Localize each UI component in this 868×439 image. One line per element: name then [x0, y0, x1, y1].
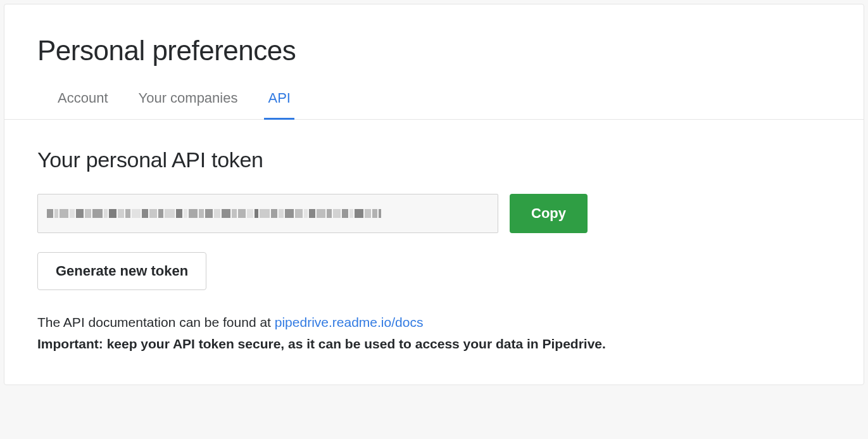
- tab-your-companies[interactable]: Your companies: [135, 87, 242, 120]
- tabs: Account Your companies API: [37, 87, 831, 119]
- copy-button[interactable]: Copy: [510, 194, 588, 233]
- api-token-masked-value: [47, 207, 489, 220]
- important-warning: Important: keep your API token secure, a…: [37, 336, 606, 351]
- doc-text-prefix: The API documentation can be found at: [37, 315, 275, 329]
- preferences-panel: Personal preferences Account Your compan…: [4, 4, 864, 385]
- section-title: Your personal API token: [37, 148, 831, 172]
- api-docs-link[interactable]: pipedrive.readme.io/docs: [275, 315, 424, 329]
- token-row: Copy: [37, 194, 831, 233]
- panel-body: Your personal API token Copy Generate ne…: [4, 120, 864, 385]
- api-info-text: The API documentation can be found at pi…: [37, 312, 831, 354]
- tab-account[interactable]: Account: [54, 87, 112, 120]
- api-token-field[interactable]: [37, 194, 498, 233]
- generate-new-token-button[interactable]: Generate new token: [37, 252, 206, 290]
- panel-header: Personal preferences Account Your compan…: [4, 4, 864, 119]
- tab-api[interactable]: API: [264, 87, 294, 120]
- page-title: Personal preferences: [37, 35, 831, 67]
